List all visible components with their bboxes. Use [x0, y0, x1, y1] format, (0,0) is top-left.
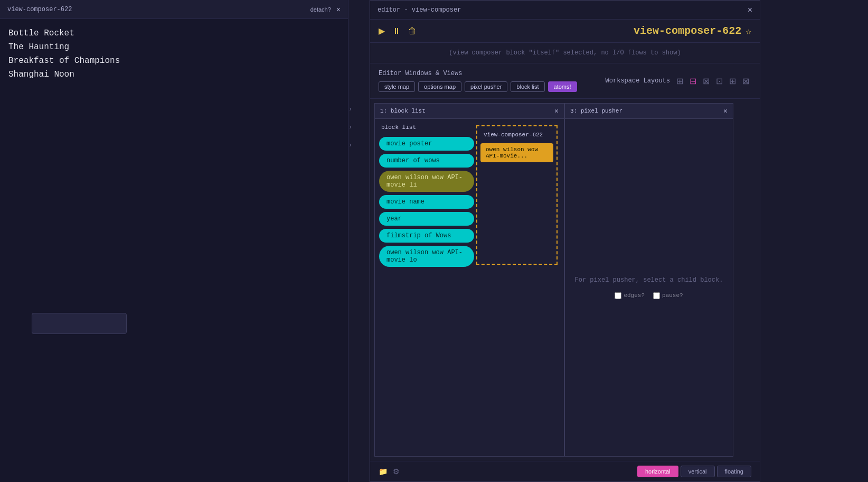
layout-vertical[interactable]: vertical [681, 466, 715, 477]
movie-item-3[interactable]: Shanghai Noon [8, 68, 339, 81]
pixel-pusher-header: 3: pixel pusher × [565, 104, 733, 119]
pause-checkbox-label: pause? [653, 292, 683, 299]
vc-title: view-composer-622 [480, 129, 553, 140]
block-list-close[interactable]: × [554, 107, 559, 115]
layout-horizontal[interactable]: horizontal [637, 466, 678, 477]
tab-block-list[interactable]: block list [511, 81, 544, 92]
block-item-4[interactable]: year [379, 212, 474, 226]
block-list-content: block list movie poster number of wows o… [375, 119, 564, 271]
movie-item-1[interactable]: The Haunting [8, 40, 339, 54]
info-bar: (view composer block "itself" selected, … [370, 43, 760, 63]
edges-label: edges? [624, 292, 645, 299]
edges-checkbox[interactable] [615, 292, 621, 299]
composer-name-section: view-composer-622 ☆ [634, 25, 751, 37]
views-section: Editor Windows & Views style map options… [370, 63, 760, 99]
pixel-pusher-panel: 3: pixel pusher × For pixel pusher, sele… [564, 103, 733, 457]
sidebar-arrow-1[interactable]: › [348, 124, 352, 131]
editor-titlebar: editor - view-composer × [370, 1, 760, 20]
block-item-2[interactable]: owen wilson wow API-movie li [379, 171, 474, 192]
editor-close-button[interactable]: × [748, 5, 752, 15]
play-button[interactable]: ▶ [379, 26, 385, 36]
block-item-3[interactable]: movie name [379, 195, 474, 209]
pixel-pusher-close[interactable]: × [723, 107, 728, 115]
movie-list: Bottle Rocket The Haunting Breakfast of … [0, 19, 348, 89]
pixel-pusher-hint: For pixel pusher, select a child block. [575, 276, 723, 284]
block-list-column: block list movie poster number of wows o… [379, 123, 474, 267]
pause-button[interactable]: ⏸ [392, 26, 401, 36]
header-actions: detach? × [310, 5, 341, 14]
left-small-panel [32, 313, 127, 334]
sidebar-arrows: › › › [348, 106, 352, 149]
layout-btn-4[interactable]: ⊞ [727, 75, 738, 87]
pause-label: pause? [662, 292, 683, 299]
layout-btn-5[interactable]: ⊠ [740, 75, 751, 87]
sidebar-arrow-0[interactable]: › [348, 106, 352, 113]
edges-checkbox-label: edges? [615, 292, 645, 299]
block-item-0[interactable]: movie poster [379, 137, 474, 151]
star-icon[interactable]: ☆ [746, 25, 751, 37]
left-panel-title: view-composer-622 [7, 6, 72, 13]
detach-button[interactable]: detach? [310, 6, 331, 13]
workspace-layouts: ⊞ ⊟ ⊠ ⊡ ⊞ ⊠ [674, 75, 751, 87]
delete-button[interactable]: 🗑 [408, 26, 417, 36]
sidebar-arrow-2[interactable]: › [348, 142, 352, 149]
editor-bottombar: 📁 ⚙ horizontal vertical floating [370, 461, 760, 481]
views-section-inner: Editor Windows & Views style map options… [379, 70, 751, 92]
pause-checkbox[interactable] [653, 292, 660, 299]
left-panel: view-composer-622 detach? × Bottle Rocke… [0, 0, 348, 482]
layout-btn-0[interactable]: ⊞ [674, 75, 685, 87]
layout-buttons: horizontal vertical floating [637, 466, 751, 477]
workspace-right: Workspace Layouts ⊞ ⊟ ⊠ ⊡ ⊞ ⊠ [606, 75, 751, 87]
editor-toolbar: ▶ ⏸ 🗑 view-composer-622 ☆ [370, 20, 760, 43]
views-left: Editor Windows & Views style map options… [379, 70, 577, 92]
layout-btn-1[interactable]: ⊟ [687, 75, 699, 87]
tab-options-map[interactable]: options map [418, 81, 461, 92]
block-item-5[interactable]: filmstrip of Wows [379, 229, 474, 243]
layout-floating[interactable]: floating [717, 466, 751, 477]
checkbox-row: edges? pause? [615, 292, 683, 299]
bottom-icons: 📁 ⚙ [379, 467, 400, 476]
views-tabs: style map options map pixel pusher block… [379, 81, 577, 92]
layout-btn-2[interactable]: ⊠ [701, 75, 712, 87]
composer-name: view-composer-622 [634, 25, 741, 37]
layout-btn-3[interactable]: ⊡ [714, 75, 725, 87]
block-item-6[interactable]: owen wilson wow API-movie lo [379, 246, 474, 267]
editor-title: editor - view-composer [378, 6, 461, 14]
toolbar-left: ▶ ⏸ 🗑 [379, 26, 417, 36]
movie-item-0[interactable]: Bottle Rocket [8, 26, 339, 40]
block-list-panel-header: 1: block list × [375, 104, 564, 119]
tab-pixel-pusher[interactable]: pixel pusher [465, 81, 507, 92]
block-list-header-title: 1: block list [380, 108, 426, 114]
block-list-panel: 1: block list × block list movie poster … [374, 103, 564, 457]
left-panel-header: view-composer-622 detach? × [0, 0, 348, 19]
block-list-column-title: block list [379, 123, 474, 134]
tab-style-map[interactable]: style map [379, 81, 415, 92]
pixel-pusher-title: 3: pixel pusher [570, 108, 622, 114]
vc-block[interactable]: owen wilson wow API-movie... [480, 143, 553, 162]
pixel-pusher-content: For pixel pusher, select a child block. … [565, 119, 733, 456]
workspace-label: Workspace Layouts [606, 77, 670, 85]
editor-workspace: 1: block list × block list movie poster … [370, 99, 760, 461]
settings-icon-button[interactable]: ⚙ [393, 467, 400, 476]
left-panel-close[interactable]: × [336, 5, 341, 14]
block-item-1[interactable]: number of wows [379, 154, 474, 168]
tab-atoms[interactable]: atoms! [548, 81, 577, 92]
view-composer-column: view-composer-622 owen wilson wow API-mo… [476, 125, 558, 265]
views-label: Editor Windows & Views [379, 70, 577, 77]
editor-panel: editor - view-composer × ▶ ⏸ 🗑 view-comp… [370, 0, 760, 482]
movie-item-2[interactable]: Breakfast of Champions [8, 54, 339, 68]
folder-icon-button[interactable]: 📁 [379, 467, 388, 476]
